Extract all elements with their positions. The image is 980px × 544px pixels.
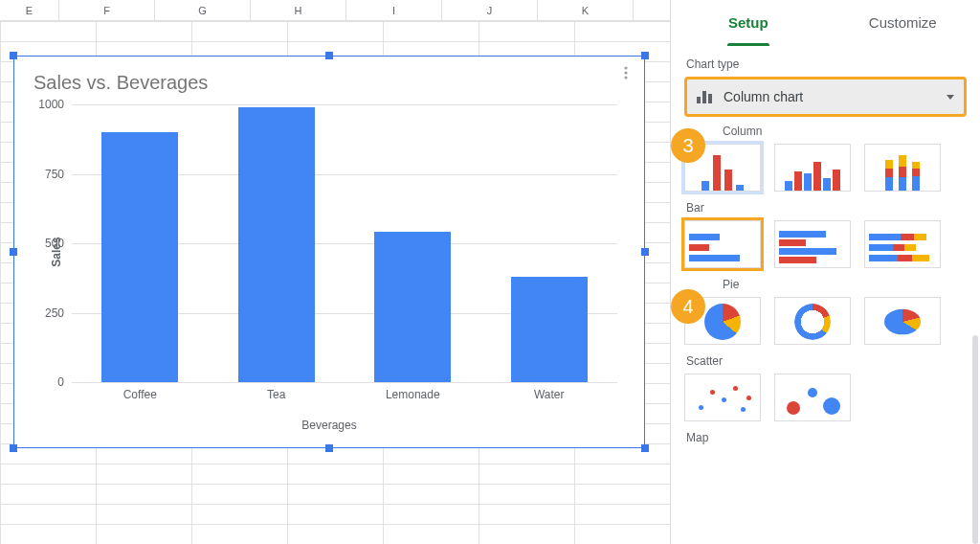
y-tick-label: 500 bbox=[45, 237, 64, 250]
bar[interactable] bbox=[101, 132, 178, 382]
chart-type-field-label: Chart type bbox=[686, 57, 967, 71]
callout-badge-4: 4 bbox=[671, 289, 705, 324]
column-header[interactable]: H bbox=[251, 0, 346, 20]
resize-handle-tl[interactable] bbox=[10, 52, 17, 59]
resize-handle-bm[interactable] bbox=[325, 444, 333, 452]
tab-customize[interactable]: Customize bbox=[826, 0, 981, 46]
callout-label: 4 bbox=[682, 296, 693, 318]
column-headers: E F G H I J K bbox=[0, 0, 670, 21]
resize-handle-br[interactable] bbox=[641, 444, 649, 452]
sidebar-scroll-thumb[interactable] bbox=[972, 335, 978, 544]
resize-handle-tm[interactable] bbox=[325, 52, 333, 59]
resize-handle-ml[interactable] bbox=[10, 248, 17, 256]
svg-point-2 bbox=[624, 76, 627, 79]
y-tick-label: 750 bbox=[45, 168, 64, 181]
chart-object[interactable]: Sales vs. Beverages Sales 02505007501000… bbox=[13, 56, 645, 448]
y-tick-label: 1000 bbox=[38, 98, 64, 111]
editor-tabs: Setup Customize bbox=[671, 0, 980, 46]
bar[interactable] bbox=[238, 107, 315, 382]
bar[interactable] bbox=[374, 232, 451, 382]
chart-more-menu[interactable] bbox=[617, 64, 635, 81]
chart-thumb-column-grouped[interactable] bbox=[774, 144, 851, 192]
tab-label: Setup bbox=[728, 14, 768, 31]
group-label-map: Map bbox=[686, 431, 967, 444]
svg-point-0 bbox=[624, 66, 627, 69]
column-header[interactable]: J bbox=[442, 0, 538, 20]
column-header[interactable]: E bbox=[0, 0, 59, 20]
column-header[interactable]: I bbox=[346, 0, 442, 20]
x-tick-label: Water bbox=[481, 388, 618, 401]
y-tick-label: 0 bbox=[57, 375, 64, 389]
chart-thumb-donut[interactable] bbox=[774, 297, 851, 345]
chart-thumb-bar-stacked[interactable] bbox=[864, 220, 941, 268]
group-label-column: Column bbox=[723, 125, 967, 138]
chart-thumb-bubble[interactable] bbox=[774, 374, 851, 421]
chart-type-select[interactable]: Column chart bbox=[684, 77, 967, 117]
chart-thumb-bar-simple[interactable] bbox=[684, 220, 761, 268]
callout-badge-3: 3 bbox=[671, 128, 705, 163]
chart-title[interactable]: Sales vs. Beverages bbox=[33, 72, 208, 94]
resize-handle-bl[interactable] bbox=[10, 444, 17, 452]
plot-area: 02505007501000CoffeeTeaLemonadeWater bbox=[72, 104, 617, 382]
column-header[interactable]: K bbox=[538, 0, 634, 20]
sheet-scrollbar[interactable] bbox=[670, 0, 671, 544]
y-tick-label: 250 bbox=[45, 306, 64, 320]
x-axis-label: Beverages bbox=[14, 419, 644, 432]
callout-label: 3 bbox=[682, 135, 693, 157]
tab-setup[interactable]: Setup bbox=[671, 0, 826, 46]
bars-container bbox=[72, 104, 617, 382]
chart-thumb-column-stacked[interactable] bbox=[864, 144, 941, 192]
resize-handle-tr[interactable] bbox=[641, 52, 649, 59]
x-tick-label: Coffee bbox=[72, 388, 209, 401]
chart-thumb-bar-grouped[interactable] bbox=[774, 220, 851, 268]
svg-point-1 bbox=[624, 71, 627, 74]
group-label-bar: Bar bbox=[686, 201, 967, 215]
chart-thumb-scatter[interactable] bbox=[684, 374, 761, 421]
group-label-scatter: Scatter bbox=[686, 354, 967, 368]
chart-type-value: Column chart bbox=[724, 89, 947, 104]
column-chart-icon bbox=[697, 90, 714, 103]
column-header[interactable]: F bbox=[59, 0, 155, 20]
chart-editor-sidebar: Setup Customize Chart type Column chart … bbox=[670, 0, 980, 544]
chart-thumb-pie-3d[interactable] bbox=[864, 297, 941, 345]
x-tick-label: Tea bbox=[209, 388, 345, 401]
resize-handle-mr[interactable] bbox=[641, 248, 649, 256]
column-header[interactable]: G bbox=[155, 0, 251, 20]
bar[interactable] bbox=[511, 277, 588, 382]
chevron-down-icon bbox=[947, 95, 954, 100]
x-tick-label: Lemonade bbox=[345, 388, 481, 401]
group-label-pie: Pie bbox=[723, 278, 967, 291]
gridline bbox=[72, 382, 617, 383]
tab-label: Customize bbox=[869, 14, 937, 31]
